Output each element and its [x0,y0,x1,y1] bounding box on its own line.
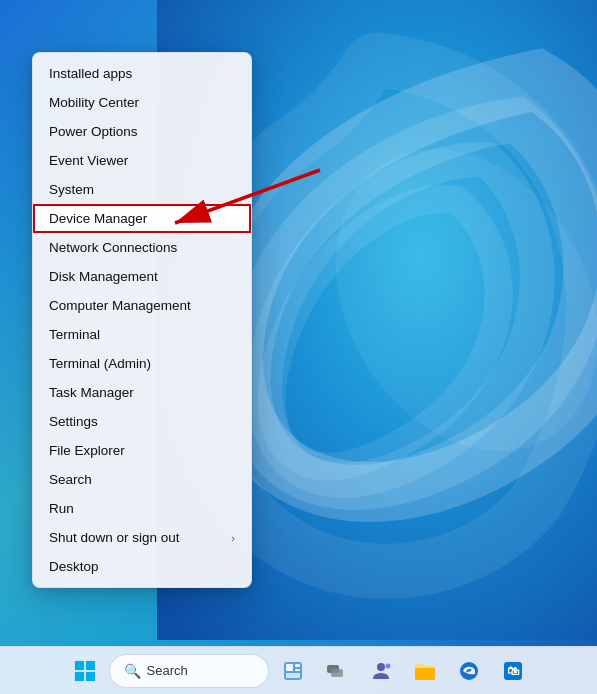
submenu-chevron: › [231,532,235,544]
start-button[interactable] [65,651,105,691]
menu-item-event-viewer[interactable]: Event Viewer [33,146,251,175]
desktop: Installed apps Mobility Center Power Opt… [0,0,597,694]
svg-rect-5 [85,660,94,669]
svg-point-16 [385,663,390,668]
menu-item-search[interactable]: Search [33,465,251,494]
taskbar-widgets-button[interactable] [273,651,313,691]
menu-item-system[interactable]: System [33,175,251,204]
menu-item-network-connections[interactable]: Network Connections [33,233,251,262]
svg-rect-4 [74,660,83,669]
taskbar-store-button[interactable]: 🛍 [493,651,533,691]
menu-item-device-manager[interactable]: Device Manager [33,204,251,233]
windows-logo-icon [74,660,96,682]
svg-text:🛍: 🛍 [507,664,520,678]
menu-item-task-manager[interactable]: Task Manager [33,378,251,407]
task-view-icon [326,660,348,682]
menu-item-installed-apps[interactable]: Installed apps [33,59,251,88]
menu-item-run[interactable]: Run [33,494,251,523]
menu-item-terminal[interactable]: Terminal [33,320,251,349]
svg-point-15 [377,663,385,671]
svg-point-1 [283,101,597,498]
search-icon: 🔍 [124,663,141,679]
menu-item-power-options[interactable]: Power Options [33,117,251,146]
svg-rect-11 [295,669,300,671]
menu-item-terminal-admin[interactable]: Terminal (Admin) [33,349,251,378]
svg-rect-6 [74,671,83,680]
svg-rect-9 [286,664,293,671]
context-menu: Installed apps Mobility Center Power Opt… [32,52,252,588]
edge-icon [458,660,480,682]
menu-item-shut-down[interactable]: Shut down or sign out › [33,523,251,552]
svg-point-17 [460,662,478,680]
store-icon: 🛍 [502,660,524,682]
menu-item-mobility-center[interactable]: Mobility Center [33,88,251,117]
taskbar-edge-button[interactable] [449,651,489,691]
menu-item-settings[interactable]: Settings [33,407,251,436]
menu-item-disk-management[interactable]: Disk Management [33,262,251,291]
taskbar-search-bar[interactable]: 🔍 Search [109,654,269,688]
menu-item-desktop[interactable]: Desktop [33,552,251,581]
svg-rect-10 [295,664,300,667]
file-explorer-icon [413,660,437,682]
taskbar-search-label: Search [147,663,188,678]
taskbar-teams-button[interactable] [361,651,401,691]
svg-rect-7 [85,671,94,680]
taskbar: 🔍 Search [0,646,597,694]
widgets-icon [282,660,304,682]
svg-rect-14 [331,669,343,677]
menu-item-computer-management[interactable]: Computer Management [33,291,251,320]
taskbar-task-view-button[interactable] [317,651,357,691]
svg-rect-12 [286,673,300,678]
menu-item-file-explorer[interactable]: File Explorer [33,436,251,465]
teams-icon [369,659,393,683]
taskbar-file-explorer-button[interactable] [405,651,445,691]
